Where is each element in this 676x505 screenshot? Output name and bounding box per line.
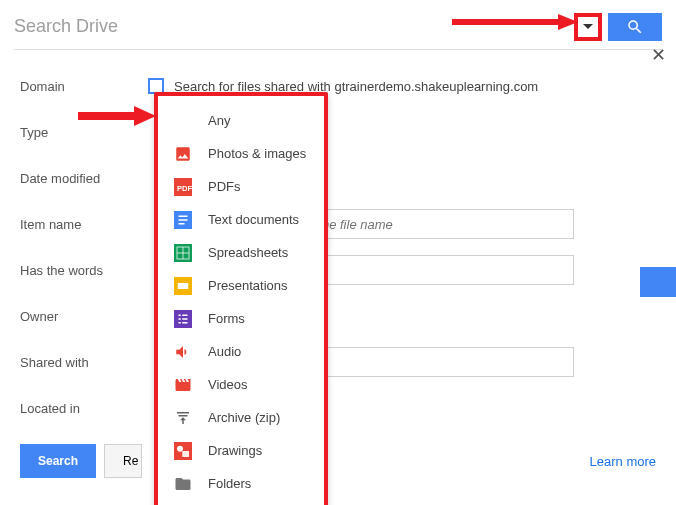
document-icon bbox=[174, 211, 192, 229]
search-icon bbox=[626, 18, 644, 36]
svg-text:PDF: PDF bbox=[177, 183, 192, 192]
type-option-label: Drawings bbox=[208, 443, 262, 458]
svg-point-20 bbox=[177, 445, 183, 451]
type-option-folders[interactable]: Folders bbox=[158, 467, 324, 500]
svg-rect-4 bbox=[179, 219, 188, 221]
type-option-any[interactable]: Any bbox=[158, 104, 324, 137]
learn-more-link[interactable]: Learn more bbox=[590, 454, 656, 469]
svg-rect-11 bbox=[178, 283, 189, 289]
svg-marker-23 bbox=[558, 14, 578, 30]
svg-marker-25 bbox=[134, 106, 156, 126]
svg-rect-17 bbox=[179, 322, 181, 324]
svg-rect-14 bbox=[182, 314, 187, 316]
type-option-videos[interactable]: Videos bbox=[158, 368, 324, 401]
located-in-label: Located in bbox=[20, 401, 148, 416]
forms-icon bbox=[174, 310, 192, 328]
chevron-down-icon bbox=[583, 24, 593, 29]
video-icon bbox=[174, 376, 192, 394]
type-option-label: Presentations bbox=[208, 278, 288, 293]
side-decoration bbox=[640, 267, 676, 297]
type-option-label: Photos & images bbox=[208, 146, 306, 161]
search-button[interactable] bbox=[608, 13, 662, 41]
owner-label: Owner bbox=[20, 309, 148, 324]
type-option-pdfs[interactable]: PDF PDFs bbox=[158, 170, 324, 203]
drawings-icon bbox=[174, 442, 192, 460]
svg-rect-13 bbox=[179, 314, 181, 316]
domain-label: Domain bbox=[20, 79, 148, 94]
blank-icon bbox=[174, 112, 192, 130]
svg-rect-3 bbox=[179, 215, 188, 217]
svg-rect-16 bbox=[182, 318, 187, 320]
pdf-icon: PDF bbox=[174, 178, 192, 196]
type-option-label: Folders bbox=[208, 476, 251, 491]
photos-icon bbox=[174, 145, 192, 163]
item-name-label: Item name bbox=[20, 217, 148, 232]
spreadsheet-icon bbox=[174, 244, 192, 262]
search-form-button[interactable]: Search bbox=[20, 444, 96, 478]
type-option-label: Any bbox=[208, 113, 230, 128]
type-option-text-documents[interactable]: Text documents bbox=[158, 203, 324, 236]
type-option-label: Audio bbox=[208, 344, 241, 359]
type-option-photos[interactable]: Photos & images bbox=[158, 137, 324, 170]
type-option-label: Text documents bbox=[208, 212, 299, 227]
audio-icon bbox=[174, 343, 192, 361]
type-option-label: Videos bbox=[208, 377, 248, 392]
type-option-forms[interactable]: Forms bbox=[158, 302, 324, 335]
type-option-audio[interactable]: Audio bbox=[158, 335, 324, 368]
date-modified-label: Date modified bbox=[20, 171, 148, 186]
svg-rect-5 bbox=[179, 223, 185, 225]
shared-with-label: Shared with bbox=[20, 355, 148, 370]
type-option-spreadsheets[interactable]: Spreadsheets bbox=[158, 236, 324, 269]
type-option-label: Forms bbox=[208, 311, 245, 326]
type-option-drawings[interactable]: Drawings bbox=[158, 434, 324, 467]
archive-icon bbox=[174, 409, 192, 427]
type-label: Type bbox=[20, 125, 148, 140]
type-option-label: Archive (zip) bbox=[208, 410, 280, 425]
has-words-label: Has the words bbox=[20, 263, 148, 278]
type-option-archive[interactable]: Archive (zip) bbox=[158, 401, 324, 434]
type-option-label: PDFs bbox=[208, 179, 241, 194]
type-dropdown-menu: Any Photos & images PDF PDFs Text docume… bbox=[154, 92, 328, 505]
presentation-icon bbox=[174, 277, 192, 295]
annotation-arrow-type bbox=[78, 106, 158, 126]
reset-button[interactable]: Re bbox=[104, 444, 142, 478]
svg-rect-15 bbox=[179, 318, 181, 320]
svg-rect-18 bbox=[182, 322, 187, 324]
svg-rect-21 bbox=[182, 451, 189, 457]
type-option-presentations[interactable]: Presentations bbox=[158, 269, 324, 302]
type-option-label: Spreadsheets bbox=[208, 245, 288, 260]
folder-icon bbox=[174, 475, 192, 493]
annotation-arrow-dropdown bbox=[452, 14, 582, 30]
